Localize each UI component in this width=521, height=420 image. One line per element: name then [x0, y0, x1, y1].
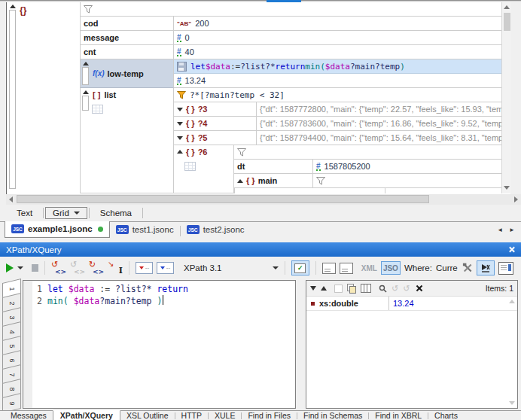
reload-icon[interactable]: ↺	[403, 285, 410, 292]
xpath-version-select[interactable]: XPath 3.1	[184, 263, 279, 272]
filter-icon[interactable]	[316, 177, 325, 185]
root-filter-cell[interactable]	[80, 2, 501, 17]
start-debugging-icon[interactable]: ↺<>	[51, 262, 66, 275]
tab-grid-view[interactable]: Grid	[45, 207, 87, 219]
grid-key-cnt[interactable]: cnt	[80, 45, 174, 59]
xml-mode-toggle[interactable]: XML	[361, 264, 377, 272]
tab-find-in-xbrl[interactable]: Find in XBRL	[369, 411, 428, 420]
search-icon[interactable]	[379, 285, 387, 293]
tab-schema-view[interactable]: Schema	[91, 207, 141, 219]
tab-text-view[interactable]: Text	[8, 207, 41, 219]
refresh-icon[interactable]: ↺	[392, 285, 398, 292]
collapse-icon[interactable]	[83, 62, 89, 65]
panel-layout-toggle[interactable]	[498, 262, 513, 275]
step-into-icon[interactable]: ↺<>	[70, 262, 85, 275]
evaluate-on-edit-toggle[interactable]: ✓	[291, 260, 309, 275]
tab-charts[interactable]: Charts	[428, 411, 464, 420]
collapse-icon[interactable]	[177, 150, 183, 154]
xpath-expression-editor[interactable]: 1let $data := ?list?* return 2min( $data…	[23, 280, 296, 409]
clear-results-icon[interactable]	[416, 285, 423, 292]
collapse-icon[interactable]	[10, 5, 16, 8]
expression-dropdown-icon[interactable]: --	[136, 262, 153, 274]
scope-select[interactable]: Curre	[436, 263, 459, 272]
grid-key-message[interactable]: message	[80, 31, 174, 45]
tab-http[interactable]: HTTP	[175, 411, 208, 420]
scroll-up-icon[interactable]	[504, 5, 510, 9]
tab-xpath-xquery[interactable]: XPath/XQuery	[53, 410, 120, 420]
chevron-down-icon[interactable]	[74, 212, 80, 215]
tools-icon[interactable]	[462, 263, 473, 273]
tab-find-in-files[interactable]: Find in Files	[242, 411, 297, 420]
list-expander[interactable]	[81, 90, 90, 112]
scroll-right-icon[interactable]	[514, 196, 518, 202]
root-object-label[interactable]: {}	[20, 5, 26, 16]
table-view-icon[interactable]	[184, 162, 196, 171]
expression-dropdown-icon[interactable]: --	[157, 262, 174, 274]
scroll-thumb[interactable]	[504, 13, 510, 31]
list-item-preview[interactable]: {"dt": 1587783600, "main": {"temp": 16.8…	[257, 117, 501, 131]
editor-window-icon[interactable]	[340, 263, 353, 274]
grid-key-main[interactable]: { } main	[234, 174, 313, 188]
result-window-icon[interactable]	[322, 263, 336, 274]
tab-example1-jsonc[interactable]: JSC example1.jsonc	[5, 221, 110, 238]
tab-xule[interactable]: XULE	[209, 411, 241, 420]
grid-key-cod[interactable]: cod	[80, 17, 174, 31]
code-line[interactable]: 1let $data := ?list?* return	[35, 283, 188, 295]
scroll-down-icon[interactable]	[504, 186, 510, 190]
code-line[interactable]: 2min( $data?main?temp )	[35, 295, 163, 307]
collapse-icon[interactable]	[237, 179, 243, 183]
grid-value-message[interactable]: # 0	[174, 31, 501, 45]
json-mode-toggle[interactable]: JSO	[381, 261, 401, 275]
close-icon[interactable]	[508, 246, 515, 253]
list-item-key[interactable]: { } ?5	[174, 131, 257, 145]
main-filter-cell[interactable]	[313, 174, 501, 188]
table-view-icon[interactable]	[92, 105, 103, 114]
list-item-preview[interactable]: {"dt": 1587794400, "main": {"temp": 15.6…	[257, 131, 501, 145]
expand-icon[interactable]	[177, 108, 183, 111]
list-filter-cell[interactable]: ?*[?main?temp < 32]	[174, 88, 501, 102]
filter-icon[interactable]	[237, 148, 246, 157]
list-item-key[interactable]: { } ?3	[174, 102, 257, 117]
evaluate-menu-icon[interactable]	[17, 266, 23, 269]
list-item-key[interactable]: { } ?4	[174, 117, 257, 131]
tab-messages[interactable]: Messages	[5, 411, 53, 420]
evaluate-as-you-type-toggle[interactable]	[477, 260, 495, 275]
grid-hscrollbar[interactable]	[6, 194, 521, 205]
expand-icon[interactable]	[177, 122, 183, 126]
grid-formula-cell[interactable]: let $data := ?list?* return min( $data?m…	[174, 59, 501, 74]
result-row[interactable]: xs:double 13.24	[306, 297, 517, 311]
scroll-thumb[interactable]	[17, 195, 429, 203]
scroll-down-icon[interactable]	[509, 401, 515, 405]
list-item-key-expanded[interactable]: { } ?6	[174, 145, 234, 193]
grid-key-dt[interactable]: dt	[234, 160, 313, 174]
low-temp-expander[interactable]	[81, 61, 90, 87]
pin-result-icon[interactable]	[334, 285, 343, 293]
grid-value-cnt[interactable]: # 40	[174, 45, 501, 59]
next-result-icon[interactable]	[310, 286, 316, 291]
nested-filter-cell[interactable]	[234, 145, 501, 160]
expand-icon[interactable]	[177, 136, 183, 140]
scroll-up-icon[interactable]	[509, 300, 515, 303]
grid-value-cod[interactable]: "AB" 200	[174, 17, 501, 31]
root-expander[interactable]	[8, 4, 17, 192]
stop-button[interactable]	[32, 264, 38, 272]
collapse-icon[interactable]	[83, 90, 89, 94]
tab-test1-jsonc[interactable]: JSC test1.jsonc	[110, 222, 180, 237]
filter-icon[interactable]	[84, 5, 93, 14]
evaluate-button[interactable]	[6, 263, 14, 272]
columns-icon[interactable]	[361, 284, 371, 293]
grid-vscrollbar[interactable]	[501, 2, 511, 193]
formula-save-icon[interactable]	[177, 62, 187, 72]
scroll-left-icon[interactable]	[9, 196, 13, 202]
list-item-preview[interactable]: {"dt": 1587772800, "main": {"temp": 22.5…	[257, 102, 501, 117]
grid-value-dt[interactable]: # 1587805200	[313, 160, 501, 174]
grid-formula-result[interactable]: # 13.24	[174, 74, 501, 88]
tab-find-in-schemas[interactable]: Find in Schemas	[297, 411, 368, 420]
previous-result-icon[interactable]	[321, 286, 327, 291]
grid-key-list[interactable]: [ ] list	[80, 88, 174, 193]
set-selection-icon[interactable]: ↘I	[108, 262, 123, 275]
tab-test2-jsonc[interactable]: JSC test2.jsonc	[181, 222, 251, 237]
tab-scroll-right-icon[interactable]: ►	[509, 227, 515, 233]
grid-key-low-temp[interactable]: f(x) low-temp	[80, 59, 174, 88]
copy-icon[interactable]	[347, 284, 356, 293]
